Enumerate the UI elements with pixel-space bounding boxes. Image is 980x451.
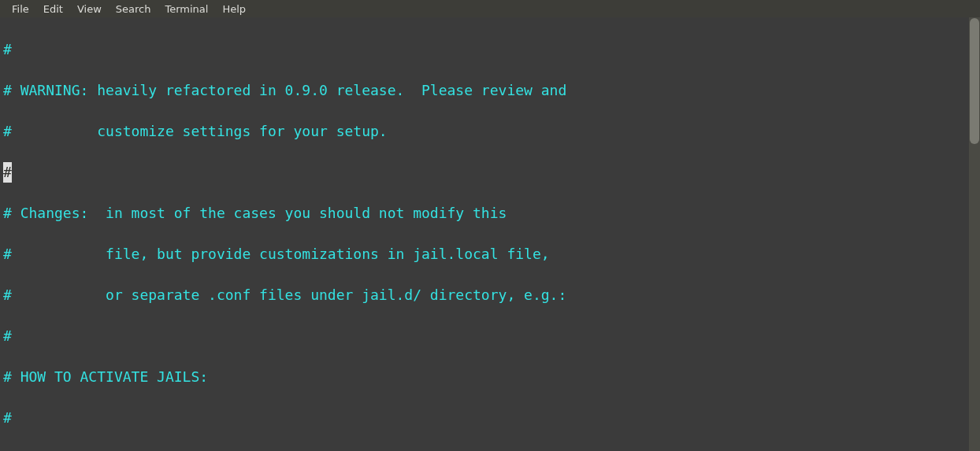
menu-file[interactable]: File xyxy=(5,2,36,17)
cursor: # xyxy=(3,162,12,183)
menubar: File Edit View Search Terminal Help xyxy=(0,0,980,17)
menu-search[interactable]: Search xyxy=(109,2,158,17)
editor-line: # xyxy=(3,326,977,346)
menu-edit[interactable]: Edit xyxy=(36,2,70,17)
terminal-editor[interactable]: # # WARNING: heavily refactored in 0.9.0… xyxy=(0,17,980,451)
menu-terminal[interactable]: Terminal xyxy=(158,2,215,17)
editor-line: # xyxy=(3,39,977,60)
editor-line: # customize settings for your setup. xyxy=(3,121,977,142)
editor-line: # HOW TO ACTIVATE JAILS: xyxy=(3,367,977,387)
menu-help[interactable]: Help xyxy=(215,2,253,17)
menu-view[interactable]: View xyxy=(70,2,109,17)
editor-line: # file, but provide customizations in ja… xyxy=(3,244,977,264)
scrollbar-thumb[interactable] xyxy=(970,18,979,144)
editor-line: # Changes: in most of the cases you shou… xyxy=(3,203,977,224)
editor-line: # WARNING: heavily refactored in 0.9.0 r… xyxy=(3,80,977,101)
editor-line: # xyxy=(3,162,977,183)
editor-line: # or separate .conf files under jail.d/ … xyxy=(3,285,977,305)
editor-line: # xyxy=(3,408,977,428)
